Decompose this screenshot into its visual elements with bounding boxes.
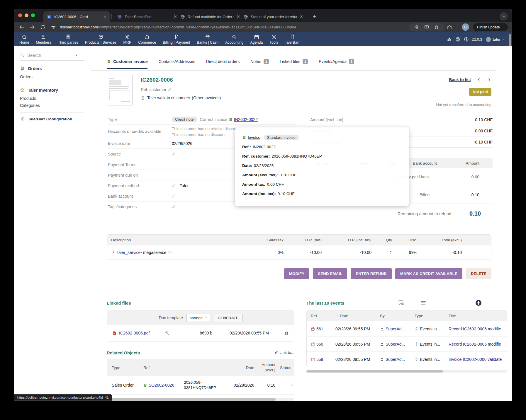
related-horizontal-scrollbar[interactable] — [107, 398, 294, 401]
edit-pencil-icon[interactable] — [172, 205, 176, 209]
mac-minimize-button[interactable] — [25, 13, 28, 17]
search-caret-icon[interactable] — [74, 53, 79, 57]
delete-button[interactable]: DELETE — [466, 268, 491, 279]
previous-record-icon[interactable] — [477, 78, 481, 82]
sidebar-section-orders[interactable]: Orders — [20, 66, 42, 71]
printer-icon[interactable] — [455, 37, 460, 42]
search-input[interactable] — [27, 53, 74, 58]
events-horizontal-scrollbar[interactable] — [306, 370, 507, 373]
correct-invoice-link[interactable]: IN2602-0022 — [234, 117, 258, 122]
related-object-row[interactable]: Sales Order SO2602-0026 2026.059-0381HNQ… — [107, 376, 294, 395]
back-button[interactable] — [19, 24, 25, 30]
tab-notes[interactable]: Notes1 — [250, 59, 269, 68]
messages-icon[interactable] — [398, 299, 405, 306]
nav-item-members[interactable]: Members — [36, 34, 51, 45]
event-row[interactable]: 561 02/28/26 09:55 PM SuperAd... Events … — [307, 321, 507, 336]
mac-close-button[interactable] — [18, 13, 22, 17]
close-tab-icon[interactable] — [103, 14, 107, 19]
nav-item-accounting[interactable]: Accounting — [225, 34, 243, 45]
info-icon[interactable] — [168, 251, 172, 255]
edit-pencil-icon[interactable] — [172, 194, 176, 198]
tab-events-agenda[interactable]: Events/Agenda3 — [319, 59, 354, 68]
sidebar-item-categories[interactable]: Categories — [20, 103, 40, 108]
edit-pencil-icon[interactable] — [172, 152, 176, 156]
edit-pencil-icon[interactable] — [168, 88, 172, 92]
modify-button[interactable]: MODIFY — [284, 268, 309, 279]
browser-tab[interactable]: Refund available for Order to — [177, 11, 244, 22]
tab-list-button[interactable] — [500, 12, 508, 21]
invoice-tooltip: Invoice Standard invoice Ref.:IN2602-002… — [235, 127, 409, 206]
sidebar-section-taler-inventory[interactable]: Taler Inventory — [20, 88, 58, 93]
nav-item-billing-payment[interactable]: Billing | Payment — [163, 34, 190, 45]
nav-item-mrp[interactable]: MRP — [123, 34, 131, 45]
sidebar-search[interactable] — [20, 53, 84, 61]
nav-item-products-services[interactable]: Products | Services — [85, 34, 116, 45]
user-menu-chevron-icon[interactable] — [502, 37, 505, 41]
nav-item-third-parties[interactable]: Third parties — [58, 34, 78, 45]
row-menu-icon[interactable] — [290, 383, 293, 387]
next-record-icon[interactable] — [487, 78, 491, 82]
link-to-link[interactable]: Link to... — [279, 350, 294, 355]
sidebar-item-orders[interactable]: Orders — [20, 74, 33, 79]
nav-item-home[interactable]: Home — [19, 34, 29, 45]
tab-linked-files[interactable]: Linked files1 — [280, 59, 308, 68]
other-invoices-link[interactable]: (Other invoices) — [192, 95, 221, 100]
reload-button[interactable] — [40, 24, 46, 30]
enter-refund-button[interactable]: ENTER REFUND — [351, 268, 391, 279]
product-link[interactable]: taler_service — [117, 250, 140, 255]
notifications-blocked-icon[interactable] — [414, 25, 419, 30]
file-link[interactable]: IC2602-0006.pdf — [119, 331, 150, 335]
sidebar-section-talerbarr-config[interactable]: TalerBarr Configuration — [20, 117, 72, 121]
back-to-list-link[interactable]: Back to list — [449, 77, 471, 82]
nav-item-tools[interactable]: Tools — [269, 34, 278, 45]
extensions-icon[interactable] — [447, 25, 452, 30]
username[interactable]: taler — [493, 37, 500, 42]
thirdparty-link[interactable]: Taler walk-in customers — [147, 95, 190, 100]
tab-contacts-addresses[interactable]: Contacts/Addresses — [158, 59, 195, 68]
preview-zoom-icon[interactable] — [165, 331, 169, 335]
install-app-icon[interactable] — [424, 25, 429, 30]
nav-item-talerbarr[interactable]: TalerBarr — [285, 34, 300, 45]
sidebar-item-products[interactable]: Products — [20, 96, 36, 101]
tab-title: Status of your order forrefun — [251, 15, 297, 19]
generate-button[interactable]: GENERATE — [214, 314, 242, 322]
address-bar[interactable]: dolibarr.potuzhnyi.com/compta/facture/ca… — [60, 25, 409, 29]
tab-customer-invoice[interactable]: Customer invoice — [107, 59, 147, 69]
bookmark-star-icon[interactable] — [434, 25, 439, 30]
nav-item-commerce[interactable]: Commerce — [138, 34, 156, 45]
event-row[interactable]: 559 02/28/26 09:55 PM SuperAd... Events … — [307, 351, 507, 367]
help-icon[interactable] — [464, 37, 469, 42]
new-tab-button[interactable] — [311, 13, 318, 20]
linked-file-row: IC2602-0006.pdf 8699 b. 02/28/2026 09:55… — [107, 325, 294, 341]
send-email-button[interactable]: SEND EMAIL — [313, 268, 347, 279]
trash-icon[interactable] — [284, 331, 289, 336]
browser-tab[interactable]: Taler Backoffice: — [114, 11, 181, 22]
browser-profile-avatar[interactable]: B — [462, 23, 469, 31]
edit-pencil-icon[interactable] — [172, 184, 176, 187]
browser-tab-active[interactable]: D IC2602-0006 - Card — [43, 11, 110, 22]
nav-item-agenda[interactable]: Agenda — [250, 34, 263, 45]
mark-credit-available-button[interactable]: MARK AS CREDIT AVAILABLE — [395, 268, 462, 279]
remaining-amount: 0.10 — [469, 210, 481, 217]
list-view-icon[interactable] — [420, 299, 426, 306]
mac-zoom-button[interactable] — [31, 13, 35, 17]
browser-menu-icon[interactable] — [502, 25, 506, 30]
already-paid-back-value[interactable]: 0.00 — [452, 175, 479, 179]
user-avatar[interactable] — [486, 37, 491, 42]
forward-button[interactable] — [29, 24, 35, 30]
event-row[interactable]: 560 02/28/26 09:55 PM SuperAd... Events … — [307, 336, 507, 351]
bug-icon[interactable] — [447, 37, 452, 42]
finish-update-button[interactable]: Finish update — [473, 23, 508, 31]
tab-direct-debit-orders[interactable]: Direct debit orders — [206, 59, 240, 68]
page-content: Orders Orders Taler Inventory Products C… — [14, 46, 512, 401]
close-tab-icon[interactable] — [299, 14, 304, 19]
pagination-row: Back to list — [449, 77, 491, 82]
tooltip-invoice-link[interactable]: Invoice — [248, 135, 260, 140]
browser-tab[interactable]: Status of your order forrefun — [240, 11, 307, 22]
site-info-icon[interactable] — [50, 24, 56, 30]
add-event-icon[interactable] — [475, 299, 482, 306]
sort-asc-icon[interactable] — [335, 314, 339, 317]
nav-item-banks-cash[interactable]: Banks | Cash — [197, 34, 218, 45]
doc-template-select[interactable]: sponge — [186, 314, 210, 322]
invoice-preview-thumbnail[interactable] — [107, 75, 133, 105]
